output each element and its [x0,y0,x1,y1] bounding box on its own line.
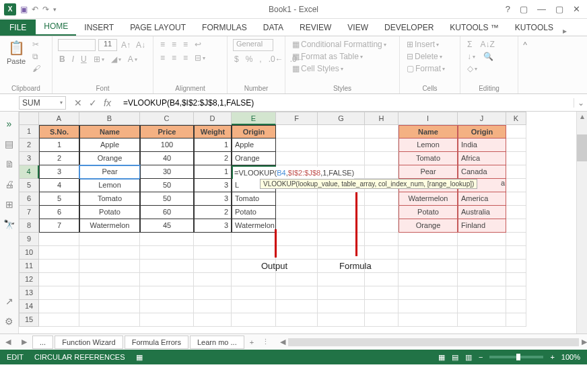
cell[interactable] [39,260,79,273]
cell[interactable] [399,233,458,246]
cell-reference-highlight[interactable]: Pear [79,165,140,179]
cell[interactable] [79,313,140,327]
cell[interactable] [458,300,506,313]
vertical-scrollbar[interactable]: ▴ [576,112,587,334]
cell[interactable] [458,286,506,300]
cell[interactable] [318,246,365,260]
col-header-B[interactable]: B [79,112,140,125]
cell[interactable]: 7 [39,219,79,233]
cell[interactable] [318,206,365,219]
cell[interactable]: Orange [399,219,458,233]
rail-icon-4[interactable]: ⊞ [5,199,13,210]
cell[interactable]: 1 [39,139,79,152]
align-mid-icon[interactable]: ≡ [170,39,178,50]
select-all-corner[interactable] [19,112,39,125]
tab-insert[interactable]: INSERT [76,19,122,36]
cell[interactable]: Tomato [399,152,458,165]
hscroll-right-icon[interactable]: ▶ [582,338,587,346]
zoom-level[interactable]: 100% [561,353,580,361]
cell[interactable] [79,286,140,300]
col-header-C[interactable]: C [140,112,194,125]
rail-icon-6[interactable]: ↗ [5,296,13,307]
row-header[interactable]: 1 [19,125,39,139]
view-normal-icon[interactable]: ▦ [438,353,445,362]
cell[interactable] [276,219,318,233]
zoom-in-icon[interactable]: + [550,353,554,361]
cell[interactable] [399,300,458,313]
rail-icon-1[interactable]: ▤ [5,139,13,149]
row-header[interactable]: 6 [19,192,39,206]
cell[interactable] [232,313,276,327]
font-size-select[interactable]: 11 [98,39,117,51]
cell[interactable]: 50 [140,192,194,206]
cell[interactable] [506,273,526,286]
cell[interactable] [506,125,526,139]
cell[interactable] [399,286,458,300]
tab-review[interactable]: REVIEW [291,19,339,36]
row-header[interactable]: 10 [19,246,39,260]
cell[interactable] [399,313,458,327]
cell[interactable] [365,300,399,313]
expand-formula-bar-icon[interactable]: ⌄ [574,98,587,108]
col-header-G[interactable]: G [318,112,365,125]
row-header[interactable]: 9 [19,233,39,246]
col-header-K[interactable]: K [506,112,526,125]
qat-undo-icon[interactable]: ↶ [32,5,38,14]
cell[interactable] [140,286,194,300]
row-header[interactable]: 11 [19,260,39,273]
cell[interactable]: 3 [194,219,232,233]
cell[interactable] [232,286,276,300]
cell[interactable] [399,260,458,273]
rail-settings-icon[interactable]: ⚙ [5,316,13,327]
cell[interactable] [194,233,232,246]
delete-cells-button[interactable]: ⊟ Delete ▾ [405,51,444,62]
fill-icon[interactable]: ↓▾ [466,51,477,62]
cell[interactable] [506,313,526,327]
cell[interactable] [276,139,318,152]
fill-color-icon[interactable]: ◢▾ [110,54,123,65]
cell[interactable] [79,300,140,313]
cell[interactable] [39,286,79,300]
autosum-icon[interactable]: Σ [466,39,473,50]
enter-formula-icon[interactable]: ✓ [89,97,97,108]
cell[interactable]: India [458,139,506,152]
row-header[interactable]: 13 [19,286,39,300]
tab-view[interactable]: VIEW [339,19,376,36]
cancel-formula-icon[interactable]: ✕ [74,97,82,108]
cell[interactable] [506,219,526,233]
cell[interactable]: Price [140,125,194,139]
cell[interactable]: Orange [232,152,276,165]
col-header-I[interactable]: I [399,112,458,125]
align-left-icon[interactable]: ≡ [159,52,166,63]
cell[interactable] [506,260,526,273]
close-icon[interactable]: ✕ [573,4,580,14]
cell[interactable] [399,246,458,260]
cell[interactable]: 5 [39,192,79,206]
format-cells-button[interactable]: ▢ Format ▾ [405,63,446,74]
cell[interactable] [318,273,365,286]
cell[interactable] [365,273,399,286]
underline-button[interactable]: U [79,54,88,65]
cell[interactable] [140,300,194,313]
cell[interactable] [232,233,276,246]
cell[interactable] [276,286,318,300]
new-sheet-icon[interactable]: + [246,338,258,346]
zoom-slider[interactable] [489,356,543,358]
cell[interactable]: 100 [140,139,194,152]
cell[interactable]: Africa [458,152,506,165]
cell[interactable]: 1 [194,139,232,152]
cell[interactable] [318,219,365,233]
zoom-out-icon[interactable]: − [479,353,483,361]
cell[interactable]: Lemon [79,179,140,192]
cell[interactable]: Watermelon [232,219,276,233]
shrink-font-icon[interactable]: A↓ [135,39,147,51]
sheet-nav-prev-icon[interactable]: ◀ [0,338,16,346]
view-break-icon[interactable]: ▥ [465,353,472,362]
cell[interactable] [194,273,232,286]
conditional-formatting-button[interactable]: ▦ Conditional Formatting ▾ [291,39,388,50]
font-color-icon[interactable]: A▾ [127,54,139,65]
cell[interactable]: 1 [194,165,232,179]
cell[interactable]: Orange [79,152,140,165]
minimize-icon[interactable]: — [537,4,546,14]
font-name-select[interactable] [58,39,96,51]
